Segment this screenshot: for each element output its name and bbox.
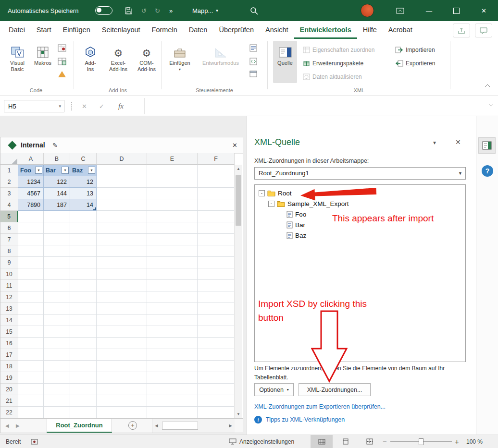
tab-acrobat[interactable]: Acrobat [383,21,418,39]
xml-map-combobox[interactable]: Root_Zuordnung1 ▼ [254,167,466,180]
cell-B21[interactable] [44,395,70,407]
cell-B13[interactable] [44,303,70,315]
vertical-scroll-thumb[interactable] [236,175,241,226]
com-addins-button[interactable]: ⚙ COM-Add-Ins [134,41,160,82]
drag-handle[interactable] [71,102,73,110]
cell-C5[interactable] [70,211,97,222]
cell-D15[interactable] [97,326,147,338]
import-button[interactable]: Importieren [395,45,435,55]
cell-D22[interactable] [97,407,147,418]
cell-E20[interactable] [147,384,198,395]
sheet-nav-right-icon[interactable]: ▶ [16,419,20,433]
cell-F8[interactable] [198,245,235,257]
row-header-5[interactable]: 5 [0,211,18,222]
collapse-icon[interactable]: - [268,201,274,207]
cell-F2[interactable] [198,176,235,188]
tab-entwicklertools[interactable]: Entwicklertools [294,21,357,39]
cell-F17[interactable] [198,349,235,361]
xml-source-button[interactable]: Quelle [273,41,297,83]
cell-C4[interactable]: 14 [70,199,97,211]
cell-A17[interactable] [18,349,44,361]
cell-C21[interactable] [70,395,97,407]
cell-D20[interactable] [97,384,147,395]
quick-access-more-icon[interactable]: » [169,0,173,21]
select-all-corner[interactable] [0,153,18,165]
cell-A11[interactable] [18,280,44,291]
options-button[interactable]: Optionen ▾ [254,383,294,396]
cell-C13[interactable] [70,303,97,315]
cell-E4[interactable] [147,199,198,211]
cell-F4[interactable] [198,199,235,211]
cell-B9[interactable] [44,257,70,268]
row-header-9[interactable]: 9 [0,257,18,268]
cell-A16[interactable] [18,338,44,349]
rename-pencil-icon[interactable]: ✎ [52,137,58,153]
row-header-17[interactable]: 17 [0,349,18,361]
macro-security-warning-icon[interactable] [57,69,67,79]
display-settings-label[interactable]: Anzeigeeinstellungen [239,435,294,448]
cell-F1[interactable] [198,165,235,176]
cell-E21[interactable] [147,395,198,407]
cell-A9[interactable] [18,257,44,268]
row-header-13[interactable]: 13 [0,303,18,315]
cell-E12[interactable] [147,291,198,303]
cell-D21[interactable] [97,395,147,407]
scroll-down-icon[interactable]: ▼ [235,410,242,418]
cell-F21[interactable] [198,395,235,407]
cell-B4[interactable]: 187 [44,199,70,211]
close-button[interactable]: ✕ [470,0,498,21]
cell-C7[interactable] [70,234,97,245]
minimize-button[interactable]: — [415,0,443,21]
cell-E18[interactable] [147,361,198,372]
col-header-c[interactable]: C [70,153,97,165]
design-mode-button[interactable]: Entwurfsmodus [196,41,245,82]
cell-C12[interactable] [70,291,97,303]
insert-control-button[interactable]: Einfügen ▾ [166,41,193,82]
name-box[interactable]: H5 ▾ [4,100,64,112]
row-header-8[interactable]: 8 [0,245,18,257]
row-header-14[interactable]: 14 [0,315,18,326]
cell-B16[interactable] [44,338,70,349]
cell-A13[interactable] [18,303,44,315]
cell-D5[interactable] [97,211,147,222]
sheet-tab[interactable]: Root_Zuordnun [47,419,112,433]
scroll-right-icon[interactable]: ▶ [226,419,235,433]
cell-A20[interactable] [18,384,44,395]
row-header-18[interactable]: 18 [0,361,18,372]
horizontal-scroll-thumb[interactable] [162,422,198,430]
cell-D2[interactable] [97,176,147,188]
cell-D10[interactable] [97,268,147,280]
cell-E22[interactable] [147,407,198,418]
tree-item-baz[interactable]: Baz [255,230,465,241]
enter-icon[interactable]: ✓ [99,96,104,116]
cell-F6[interactable] [198,222,235,234]
map-properties-button[interactable]: Eigenschaften zuordnen [303,45,374,55]
row-header-21[interactable]: 21 [0,395,18,407]
cell-A18[interactable] [18,361,44,372]
col-header-f[interactable]: F [198,153,235,165]
cell-D3[interactable] [97,188,147,199]
cell-A19[interactable] [18,372,44,384]
cell-D7[interactable] [97,234,147,245]
cell-F18[interactable] [198,361,235,372]
cell-A10[interactable] [18,268,44,280]
cell-B14[interactable] [44,315,70,326]
filter-dropdown-icon[interactable]: ▾ [35,167,42,174]
xml-maps-button[interactable]: XML-Zuordnungen... [299,383,371,396]
tab-formeln[interactable]: Formeln [146,21,183,39]
cell-C19[interactable] [70,372,97,384]
cell-C22[interactable] [70,407,97,418]
vertical-scrollbar[interactable]: ▲ ▼ [234,165,242,418]
cell-E17[interactable] [147,349,198,361]
cell-C2[interactable]: 12 [70,176,97,188]
maximize-button[interactable] [443,0,470,21]
cell-E16[interactable] [147,338,198,349]
tab-datei[interactable]: Datei [3,21,31,39]
workbook-name[interactable]: Mapp...▾ [192,0,218,21]
scroll-left-icon[interactable]: ◀ [152,419,161,433]
cell-D17[interactable] [97,349,147,361]
row-header-20[interactable]: 20 [0,384,18,395]
cell-E14[interactable] [147,315,198,326]
tab-daten[interactable]: Daten [183,21,213,39]
cell-B11[interactable] [44,280,70,291]
